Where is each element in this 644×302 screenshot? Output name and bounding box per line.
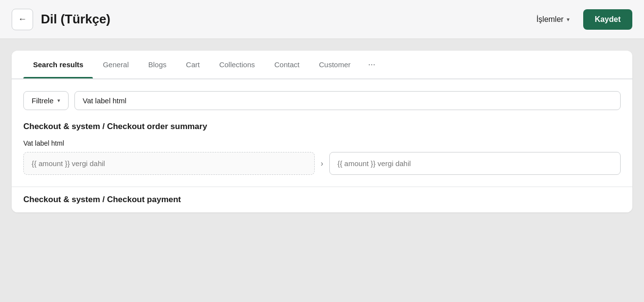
back-button[interactable]: ← xyxy=(12,9,33,30)
filter-button[interactable]: Filtrele ▾ xyxy=(23,91,69,110)
translation-row-vat: Vat label html › xyxy=(12,139,632,187)
source-input[interactable] xyxy=(23,152,315,175)
tab-search-results[interactable]: Search results xyxy=(23,52,93,77)
filter-chevron-icon: ▾ xyxy=(57,97,60,104)
field-label: Vat label html xyxy=(23,139,621,147)
tab-general[interactable]: General xyxy=(93,52,138,77)
search-bar: Filtrele ▾ xyxy=(12,79,632,118)
tabs-more-button[interactable]: ··· xyxy=(360,51,383,78)
section1-title: Checkout & system / Checkout order summa… xyxy=(12,118,632,139)
tab-cart[interactable]: Cart xyxy=(176,52,209,77)
tab-blogs[interactable]: Blogs xyxy=(139,52,177,77)
translation-inputs: › xyxy=(23,152,621,175)
actions-chevron-icon: ▾ xyxy=(567,16,570,23)
header: ← Dil (Türkçe) İşlemler ▾ Kaydet xyxy=(0,0,644,39)
tab-contact[interactable]: Contact xyxy=(265,52,309,77)
search-input[interactable] xyxy=(74,91,621,110)
save-button[interactable]: Kaydet xyxy=(583,9,632,30)
tab-collections[interactable]: Collections xyxy=(210,52,265,77)
main-card: Search results General Blogs Cart Collec… xyxy=(12,51,632,212)
content-area: Search results General Blogs Cart Collec… xyxy=(0,39,644,302)
tabs-bar: Search results General Blogs Cart Collec… xyxy=(12,51,632,79)
tab-customer[interactable]: Customer xyxy=(309,52,360,77)
actions-button[interactable]: İşlemler ▾ xyxy=(531,11,575,28)
page-title: Dil (Türkçe) xyxy=(41,12,523,27)
target-input[interactable] xyxy=(329,152,621,175)
section2-title: Checkout & system / Checkout payment xyxy=(12,187,632,212)
arrow-icon: › xyxy=(321,159,323,168)
